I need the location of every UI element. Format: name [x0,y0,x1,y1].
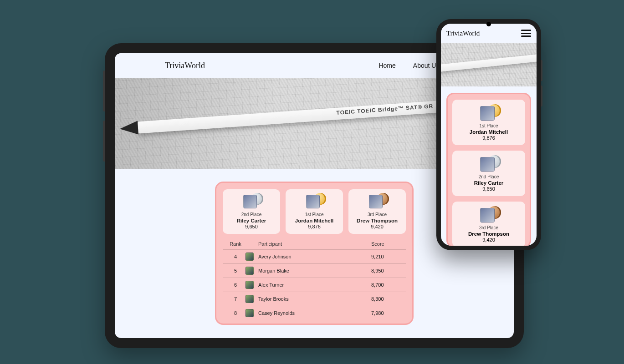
cell-name: Alex Turner [258,282,371,288]
player-name: Riley Carter [455,180,522,186]
avatar [306,195,320,208]
player-score: 9,650 [455,186,522,192]
avatar [246,295,254,303]
leaderboard-panel: 2nd Place Riley Carter 9,650 1st Place J… [215,182,414,325]
podium-card-1st[interactable]: 1st Place Jordan Mitchell 9,876 [286,189,343,234]
place-label: 3rd Place [455,225,522,230]
col-score: Score [371,241,403,247]
cell-score: 7,980 [371,310,403,316]
podium-card-3rd[interactable]: 3rd Place Drew Thompson 9,420 [452,202,525,246]
brand-logo[interactable]: TriviaWorld [165,61,205,71]
nav-home[interactable]: Home [378,62,395,69]
podium-card-2nd[interactable]: 2nd Place Riley Carter 9,650 [223,189,280,234]
player-score: 9,420 [350,224,404,229]
cell-rank: 8 [225,310,246,316]
avatar [246,281,254,289]
avatar [246,267,254,275]
cell-name: Avery Johnson [258,254,371,259]
cell-name: Casey Reynolds [258,310,371,316]
player-score: 9,420 [455,237,522,243]
nav-about[interactable]: About Us [413,62,440,69]
player-score: 9,876 [287,224,341,229]
player-name: Drew Thompson [455,231,522,237]
podium-card-3rd[interactable]: 3rd Place Drew Thompson 9,420 [348,189,406,234]
cell-rank: 5 [225,268,246,273]
cell-score: 8,950 [371,268,403,273]
table-row[interactable]: 4 Avery Johnson 9,210 [223,249,406,263]
table-row[interactable]: 7 Taylor Brooks 8,300 [223,292,406,306]
player-score: 9,650 [225,224,278,229]
col-participant: Participant [258,241,371,247]
table-row[interactable]: 6 Alex Turner 8,700 [223,278,406,292]
place-label: 2nd Place [225,212,278,217]
avatar [480,208,495,222]
col-rank: Rank [225,241,246,247]
avatar [480,157,495,172]
avatar [246,253,254,261]
avatar [480,106,495,121]
cell-name: Taylor Brooks [258,296,371,302]
leaderboard-table: Rank Participant Score 4 Avery Johnson 9… [223,238,406,320]
leaderboard-panel: 1st Place Jordan Mitchell 9,876 2nd Plac… [446,93,531,246]
table-row[interactable]: 5 Morgan Blake 8,950 [223,263,406,278]
cell-score: 8,700 [371,282,403,288]
place-label: 2nd Place [455,174,522,179]
player-name: Drew Thompson [350,218,404,223]
leaderboard-top3: 2nd Place Riley Carter 9,650 1st Place J… [223,189,406,234]
podium-card-2nd[interactable]: 2nd Place Riley Carter 9,650 [452,151,525,196]
cell-score: 8,300 [371,296,403,302]
avatar [243,195,257,208]
phone-navbar: TriviaWorld [441,24,537,43]
player-name: Jordan Mitchell [287,218,341,223]
brand-logo[interactable]: TriviaWorld [446,30,480,37]
player-name: Jordan Mitchell [455,129,522,135]
avatar [246,309,254,317]
cell-name: Morgan Blake [258,268,371,273]
phone-device-frame: TriviaWorld 1st Place Jordan Mitchell 9,… [436,19,541,250]
place-label: 1st Place [455,123,522,128]
table-header: Rank Participant Score [223,238,406,249]
hamburger-menu-icon[interactable] [521,30,531,37]
player-score: 9,876 [455,135,522,141]
cell-rank: 7 [225,296,246,302]
hero-banner [441,43,537,86]
cell-rank: 6 [225,282,246,288]
phone-screen: TriviaWorld 1st Place Jordan Mitchell 9,… [441,24,537,246]
cell-score: 9,210 [371,254,403,259]
podium-card-1st[interactable]: 1st Place Jordan Mitchell 9,876 [452,100,525,145]
place-label: 1st Place [287,212,341,217]
table-row[interactable]: 8 Casey Reynolds 7,980 [223,306,406,320]
phone-camera-dot [486,22,491,26]
avatar [369,195,383,208]
player-name: Riley Carter [225,218,278,223]
cell-rank: 4 [225,254,246,259]
place-label: 3rd Place [350,212,404,217]
